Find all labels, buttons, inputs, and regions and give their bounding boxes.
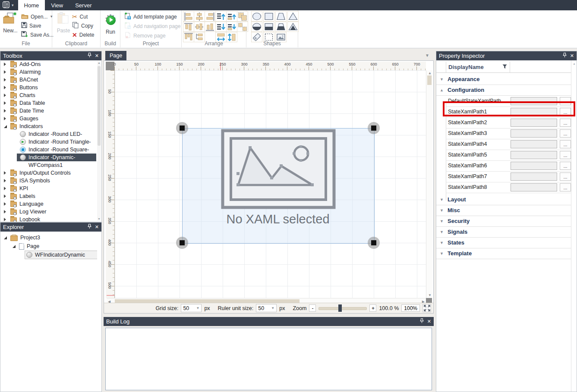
bring-to-front-button[interactable]	[215, 11, 227, 22]
remove-page-button[interactable]: Remove page	[124, 32, 166, 39]
expander-collapsed-icon[interactable]	[4, 171, 6, 175]
expander-collapsed-icon[interactable]	[4, 218, 6, 221]
toolbox-item-wfcompass1[interactable]: WFCompass1	[0, 161, 97, 169]
pin-icon[interactable]	[563, 53, 567, 59]
toolbox-item-logbook[interactable]: Logbook	[0, 216, 97, 222]
new-button[interactable]: New...	[1, 12, 20, 39]
property-value-field[interactable]	[511, 140, 557, 148]
pin-icon[interactable]	[420, 318, 424, 325]
pin-icon[interactable]	[88, 224, 91, 230]
expander-collapsed-icon[interactable]	[4, 86, 6, 89]
toolbox-item-labels[interactable]: Labels	[0, 192, 97, 200]
zoom-out-button[interactable]: -	[309, 304, 316, 312]
scrollbar-thumb[interactable]	[98, 66, 101, 146]
toolbox-item-add-ons[interactable]: Add-Ons	[0, 60, 97, 68]
toolbox-item-charts[interactable]: Charts	[0, 91, 97, 99]
expander-collapsed-icon[interactable]	[4, 101, 6, 105]
cut-button[interactable]: ✂ Cut	[72, 13, 88, 20]
toolbox-item-data-table[interactable]: Data Table	[0, 99, 97, 107]
send-backward-button[interactable]	[226, 22, 237, 32]
browse-button[interactable]: ...	[560, 162, 571, 170]
expander-collapsed-icon[interactable]	[4, 109, 6, 113]
browse-button[interactable]: ...	[560, 151, 571, 159]
scroll-down-icon[interactable]: ▼	[428, 293, 432, 297]
category-layout[interactable]: ▼Layout	[436, 194, 571, 205]
toolbox-item-kpi[interactable]: KPI	[0, 185, 97, 192]
close-icon[interactable]: ✕	[95, 224, 99, 230]
expander-collapsed-icon[interactable]	[4, 70, 6, 74]
align-left-button[interactable]	[183, 11, 194, 22]
resize-handle-top-right[interactable]	[368, 122, 380, 134]
page-canvas[interactable]: No XAML selected	[115, 70, 426, 298]
align-top-button[interactable]	[183, 22, 194, 32]
toolbox-item-alarming[interactable]: Alarming	[0, 68, 97, 76]
property-value-field[interactable]	[511, 172, 557, 181]
expander-collapsed-icon[interactable]	[4, 117, 6, 120]
ellipse-button[interactable]	[251, 11, 262, 22]
toolbox-item-language[interactable]: Language	[0, 200, 97, 208]
toolbox-item-indicator-round-triangle[interactable]: Indicator -Round Triangle-	[0, 138, 97, 146]
pin-icon[interactable]	[88, 53, 91, 59]
filter-funnel-icon[interactable]	[502, 64, 507, 70]
triangle-button[interactable]	[287, 11, 299, 22]
category-security[interactable]: ▼Security	[436, 216, 571, 227]
align-bottom-button[interactable]	[205, 22, 216, 32]
tab-home[interactable]: Home	[18, 0, 45, 10]
close-icon[interactable]: ✕	[95, 53, 99, 59]
triangle-filled-button[interactable]	[287, 22, 299, 32]
resize-handle-top-left[interactable]	[176, 122, 188, 134]
browse-button[interactable]: ...	[560, 172, 571, 181]
browse-button[interactable]: ...	[560, 119, 571, 127]
toolbox-item-isa-symbols[interactable]: ISA Symbols	[0, 177, 97, 185]
toolbox-item-indicators[interactable]: Indicators	[0, 122, 97, 130]
expander-expanded-icon[interactable]	[4, 125, 7, 128]
toolbox-item-bacnet[interactable]: BACnet	[0, 76, 97, 84]
expander-collapsed-icon[interactable]	[4, 202, 6, 206]
chevron-down-icon[interactable]: ▼	[425, 53, 429, 58]
toolbox-item-gauges[interactable]: Gauges	[0, 115, 97, 122]
close-icon[interactable]: ✕	[427, 319, 431, 324]
paste-button[interactable]: Paste	[54, 12, 73, 39]
add-template-page-button[interactable]: Add template page	[124, 13, 177, 20]
expander-expanded-icon[interactable]	[13, 245, 16, 248]
zoom-slider-thumb[interactable]	[338, 304, 342, 312]
rectangle-button[interactable]	[263, 11, 274, 22]
expander-collapsed-icon[interactable]	[4, 94, 6, 97]
expander-collapsed-icon[interactable]	[4, 63, 6, 66]
category-appearance[interactable]: ▼Appearance	[436, 74, 571, 85]
resize-handle-bottom-right[interactable]	[368, 237, 380, 249]
send-to-back-button[interactable]	[215, 22, 227, 32]
tab-page[interactable]: Page	[105, 51, 126, 60]
property-value-field[interactable]	[511, 151, 557, 159]
trapezoid-filled-button[interactable]	[275, 22, 287, 32]
property-value-field[interactable]	[511, 129, 557, 138]
scroll-up-icon[interactable]: ▲	[428, 71, 432, 75]
toolbox-item-indicator-dynamic[interactable]: Indicator -Dynamic-	[17, 154, 96, 161]
rectangle-filled-button[interactable]	[263, 22, 274, 32]
resize-handle-bottom-left[interactable]	[176, 237, 188, 249]
toolbox-item-buttons[interactable]: Buttons	[0, 84, 97, 91]
category-configuration[interactable]: ▲Configuration	[436, 85, 571, 96]
zoom-in-button[interactable]: +	[369, 304, 376, 312]
align-center-horizontal-button[interactable]	[194, 11, 205, 22]
expander-collapsed-icon[interactable]	[4, 194, 6, 198]
grid-size-select[interactable]: 50 ▼	[181, 304, 202, 312]
align-right-button[interactable]	[205, 11, 216, 22]
app-menu-button[interactable]: ▾	[0, 0, 18, 10]
close-icon[interactable]: ✕	[570, 53, 574, 59]
toolbox-item-indicator-round-square[interactable]: Indicator -Round Square-	[0, 146, 97, 154]
zoom-slider[interactable]	[318, 304, 367, 312]
toolbox-item-indicator-round-led[interactable]: Indicator -Round LED-	[0, 130, 97, 138]
tab-view[interactable]: View	[45, 0, 69, 10]
browse-button[interactable]: ...	[560, 140, 571, 148]
scrollbar-thumb[interactable]	[427, 75, 432, 85]
explorer-item-page[interactable]: Page	[0, 242, 97, 251]
align-center-vertical-button[interactable]	[194, 22, 205, 32]
property-value-field[interactable]	[511, 183, 557, 191]
browse-button[interactable]: ...	[560, 183, 571, 191]
expander-collapsed-icon[interactable]	[4, 179, 6, 182]
fit-to-screen-button[interactable]	[423, 304, 431, 312]
bring-forward-button[interactable]	[226, 11, 237, 22]
expander-collapsed-icon[interactable]	[4, 187, 6, 190]
save-as-button[interactable]: Save As...	[21, 31, 54, 38]
